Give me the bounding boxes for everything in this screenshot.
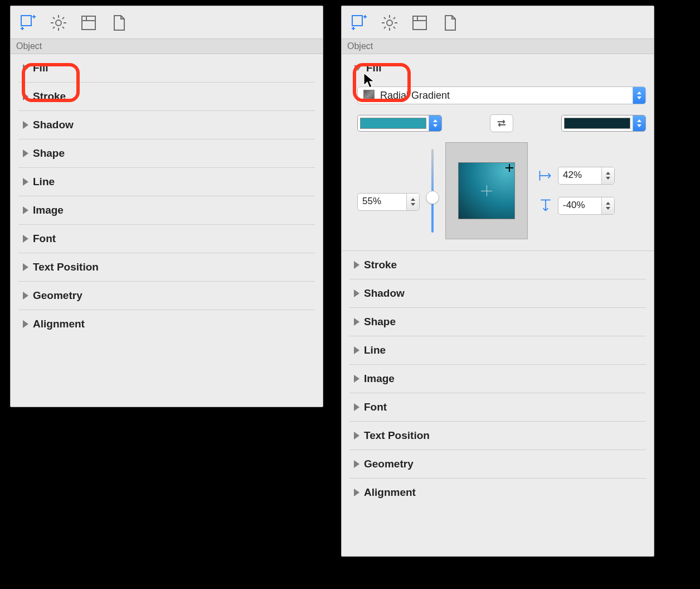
offset-y-value: -40%	[558, 197, 601, 214]
stepper-arrows-icon	[601, 197, 614, 214]
chevron-right-icon	[23, 178, 28, 186]
row-label: Stroke	[364, 259, 397, 271]
row-shape[interactable]: Shape	[349, 308, 646, 336]
gradient-slider[interactable]	[430, 149, 435, 233]
chevron-right-icon	[23, 292, 28, 300]
svg-rect-23	[413, 16, 426, 30]
gradient-color-start[interactable]	[357, 115, 442, 132]
row-line[interactable]: Line	[18, 168, 315, 196]
chevron-right-icon	[354, 346, 359, 354]
row-alignment[interactable]: Alignment	[349, 479, 646, 506]
plus-icon	[505, 164, 513, 172]
row-label: Fill	[33, 62, 48, 74]
chevron-right-icon	[354, 403, 359, 411]
blend-value: 55%	[358, 194, 406, 210]
section-header: Object	[11, 39, 323, 54]
svg-line-8	[53, 27, 55, 28]
row-fill[interactable]: Fill	[18, 54, 315, 83]
row-label: Text Position	[364, 429, 430, 442]
row-stroke[interactable]: Stroke	[18, 83, 315, 111]
row-label: Image	[33, 204, 64, 216]
tab-ruler-icon[interactable]	[79, 13, 99, 33]
row-label: Shadow	[364, 287, 405, 300]
offset-x-stepper[interactable]: 42%	[558, 167, 615, 185]
svg-point-1	[56, 20, 61, 26]
slider-thumb[interactable]	[426, 191, 439, 204]
gradient-preview[interactable]	[445, 142, 528, 239]
row-image[interactable]: Image	[18, 196, 315, 225]
row-image[interactable]: Image	[349, 365, 646, 393]
blend-stepper[interactable]: 55%	[357, 193, 420, 211]
row-label: Shadow	[33, 119, 74, 131]
row-label: Line	[364, 344, 386, 356]
section-header: Object	[342, 39, 654, 54]
svg-point-14	[387, 20, 392, 26]
rows-container-rest: Stroke Shadow Shape Line Image Font	[342, 251, 654, 506]
chevron-right-icon	[354, 432, 359, 440]
row-label: Stroke	[33, 90, 66, 103]
toolbar	[342, 6, 654, 39]
chevron-right-icon	[354, 375, 359, 383]
row-shadow[interactable]: Shadow	[349, 279, 646, 308]
tab-page-icon[interactable]	[440, 13, 460, 33]
chevron-right-icon	[23, 263, 28, 271]
tab-gear-icon[interactable]	[380, 13, 400, 33]
row-line[interactable]: Line	[349, 336, 646, 365]
row-text-position[interactable]: Text Position	[349, 422, 646, 450]
row-label: Fill	[366, 62, 381, 74]
offset-y-stepper[interactable]: -40%	[558, 197, 615, 215]
chevron-right-icon	[23, 320, 28, 328]
swap-colors-button[interactable]	[490, 114, 513, 132]
gradient-swatch-icon	[363, 90, 375, 101]
row-alignment[interactable]: Alignment	[18, 310, 315, 338]
row-text-position[interactable]: Text Position	[18, 253, 315, 282]
chevron-right-icon	[354, 261, 359, 269]
stepper-arrows-icon	[429, 115, 441, 131]
row-label: Image	[364, 373, 395, 385]
tab-page-icon[interactable]	[109, 13, 129, 33]
rows-container: Fill	[342, 54, 654, 82]
crosshair-icon	[481, 185, 492, 196]
svg-rect-0	[21, 16, 31, 26]
tab-gear-icon[interactable]	[48, 13, 69, 33]
row-geometry[interactable]: Geometry	[349, 450, 646, 479]
row-label: Font	[364, 401, 387, 413]
fill-type-label: Radial Gradient	[380, 90, 633, 102]
offset-x-icon	[538, 168, 553, 184]
row-shape[interactable]: Shape	[18, 139, 315, 168]
row-font[interactable]: Font	[18, 225, 315, 253]
chevron-right-icon	[23, 235, 28, 243]
chevron-right-icon	[354, 289, 359, 297]
row-geometry[interactable]: Geometry	[18, 282, 315, 310]
gradient-preview-inner	[458, 162, 515, 219]
row-label: Text Position	[33, 261, 99, 273]
tab-ruler-icon[interactable]	[410, 13, 430, 33]
row-font[interactable]: Font	[349, 393, 646, 422]
row-fill[interactable]: Fill	[349, 54, 646, 82]
row-label: Shape	[33, 147, 65, 160]
svg-rect-13	[352, 16, 362, 26]
stepper-arrows-icon	[406, 194, 419, 210]
stepper-arrows-icon	[633, 87, 645, 104]
row-label: Font	[33, 233, 56, 245]
row-label: Geometry	[364, 458, 414, 470]
row-stroke[interactable]: Stroke	[349, 251, 646, 279]
color-bar	[564, 118, 630, 129]
chevron-right-icon	[354, 318, 359, 326]
svg-line-20	[393, 27, 395, 28]
fill-type-dropdown[interactable]: Radial Gradient	[357, 86, 646, 104]
tab-object-icon[interactable]	[349, 13, 370, 33]
offset-y-icon	[538, 198, 553, 214]
svg-line-19	[384, 17, 386, 19]
toolbar	[11, 6, 323, 39]
tab-object-icon[interactable]	[18, 13, 38, 33]
color-bar	[360, 118, 426, 129]
chevron-right-icon	[23, 149, 28, 157]
row-label: Alignment	[364, 486, 416, 499]
chevron-right-icon	[354, 460, 359, 468]
row-shadow[interactable]: Shadow	[18, 111, 315, 139]
gradient-color-end[interactable]	[561, 115, 646, 132]
stepper-arrows-icon	[633, 115, 645, 131]
row-label: Alignment	[33, 318, 85, 330]
offset-x-value: 42%	[558, 167, 601, 184]
